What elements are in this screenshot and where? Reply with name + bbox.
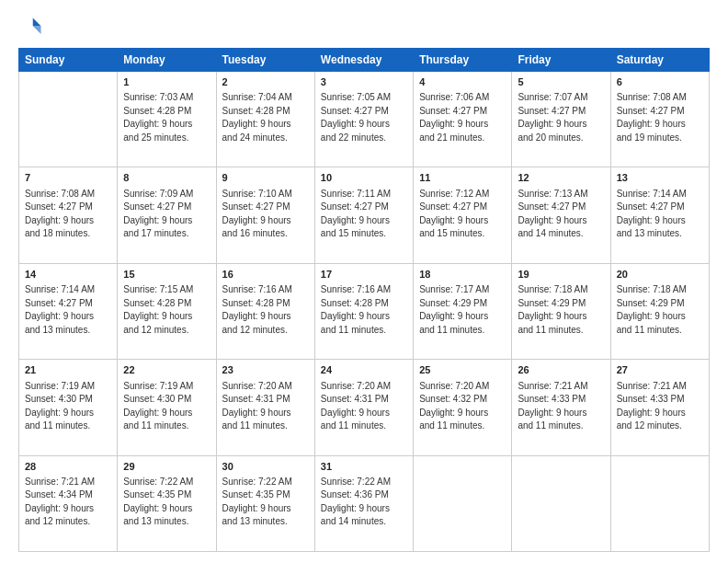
day-info: Sunrise: 7:19 AMSunset: 4:30 PMDaylight:… xyxy=(123,381,193,431)
calendar-cell xyxy=(512,455,610,551)
calendar-cell: 20 Sunrise: 7:18 AMSunset: 4:29 PMDaylig… xyxy=(610,263,709,359)
weekday-header-thursday: Thursday xyxy=(414,49,512,72)
day-info: Sunrise: 7:04 AMSunset: 4:28 PMDaylight:… xyxy=(222,92,292,143)
day-info: Sunrise: 7:16 AMSunset: 4:28 PMDaylight:… xyxy=(321,284,391,335)
weekday-header-saturday: Saturday xyxy=(610,49,709,72)
calendar-cell: 18 Sunrise: 7:17 AMSunset: 4:29 PMDaylig… xyxy=(414,263,512,359)
header xyxy=(18,15,710,40)
day-number: 16 xyxy=(222,268,309,282)
calendar-cell: 27 Sunrise: 7:21 AMSunset: 4:33 PMDaylig… xyxy=(610,360,709,455)
day-number: 8 xyxy=(123,171,210,185)
day-number: 18 xyxy=(419,268,506,282)
calendar-week-4: 21 Sunrise: 7:19 AMSunset: 4:30 PMDaylig… xyxy=(19,360,710,455)
day-info: Sunrise: 7:16 AMSunset: 4:28 PMDaylight:… xyxy=(222,284,292,335)
day-number: 12 xyxy=(518,171,604,185)
calendar-cell: 7 Sunrise: 7:08 AMSunset: 4:27 PMDayligh… xyxy=(19,167,118,263)
day-info: Sunrise: 7:20 AMSunset: 4:31 PMDaylight:… xyxy=(321,381,391,431)
weekday-header-wednesday: Wednesday xyxy=(314,49,413,72)
svg-marker-0 xyxy=(33,18,41,27)
day-info: Sunrise: 7:20 AMSunset: 4:32 PMDaylight:… xyxy=(419,381,489,431)
calendar-header: SundayMondayTuesdayWednesdayThursdayFrid… xyxy=(19,49,710,72)
calendar-body: 1 Sunrise: 7:03 AMSunset: 4:28 PMDayligh… xyxy=(19,72,710,552)
day-number: 6 xyxy=(617,75,703,89)
day-info: Sunrise: 7:20 AMSunset: 4:31 PMDaylight:… xyxy=(222,381,292,431)
day-info: Sunrise: 7:18 AMSunset: 4:29 PMDaylight:… xyxy=(518,284,587,335)
day-info: Sunrise: 7:21 AMSunset: 4:34 PMDaylight:… xyxy=(25,477,95,527)
day-number: 9 xyxy=(222,171,309,185)
day-number: 14 xyxy=(25,268,111,282)
calendar-cell: 29 Sunrise: 7:22 AMSunset: 4:35 PMDaylig… xyxy=(118,455,216,551)
calendar-week-3: 14 Sunrise: 7:14 AMSunset: 4:27 PMDaylig… xyxy=(19,263,710,359)
day-info: Sunrise: 7:22 AMSunset: 4:36 PMDaylight:… xyxy=(321,477,391,527)
day-info: Sunrise: 7:13 AMSunset: 4:27 PMDaylight:… xyxy=(518,189,587,239)
day-info: Sunrise: 7:22 AMSunset: 4:35 PMDaylight:… xyxy=(123,477,193,527)
calendar-cell: 23 Sunrise: 7:20 AMSunset: 4:31 PMDaylig… xyxy=(216,360,314,455)
day-info: Sunrise: 7:21 AMSunset: 4:33 PMDaylight:… xyxy=(617,381,687,431)
calendar-cell: 21 Sunrise: 7:19 AMSunset: 4:30 PMDaylig… xyxy=(19,360,118,455)
day-info: Sunrise: 7:18 AMSunset: 4:29 PMDaylight:… xyxy=(617,284,687,335)
day-number: 27 xyxy=(617,363,703,377)
calendar-week-5: 28 Sunrise: 7:21 AMSunset: 4:34 PMDaylig… xyxy=(19,455,710,551)
day-info: Sunrise: 7:08 AMSunset: 4:27 PMDaylight:… xyxy=(25,189,95,239)
calendar-cell: 9 Sunrise: 7:10 AMSunset: 4:27 PMDayligh… xyxy=(216,167,314,263)
day-info: Sunrise: 7:14 AMSunset: 4:27 PMDaylight:… xyxy=(617,189,687,239)
calendar-cell: 30 Sunrise: 7:22 AMSunset: 4:35 PMDaylig… xyxy=(216,455,314,551)
calendar-cell: 26 Sunrise: 7:21 AMSunset: 4:33 PMDaylig… xyxy=(512,360,610,455)
day-number: 24 xyxy=(321,363,407,377)
day-number: 25 xyxy=(419,363,506,377)
weekday-header-tuesday: Tuesday xyxy=(216,49,314,72)
day-number: 4 xyxy=(419,75,506,89)
day-number: 28 xyxy=(25,460,111,474)
calendar-week-1: 1 Sunrise: 7:03 AMSunset: 4:28 PMDayligh… xyxy=(19,72,710,167)
page: SundayMondayTuesdayWednesdayThursdayFrid… xyxy=(0,0,728,563)
calendar-cell: 13 Sunrise: 7:14 AMSunset: 4:27 PMDaylig… xyxy=(610,167,709,263)
calendar-cell: 17 Sunrise: 7:16 AMSunset: 4:28 PMDaylig… xyxy=(314,263,413,359)
calendar-cell: 1 Sunrise: 7:03 AMSunset: 4:28 PMDayligh… xyxy=(118,72,216,167)
weekday-header-sunday: Sunday xyxy=(19,49,118,72)
day-number: 15 xyxy=(123,268,210,282)
day-info: Sunrise: 7:10 AMSunset: 4:27 PMDaylight:… xyxy=(222,189,292,239)
day-info: Sunrise: 7:21 AMSunset: 4:33 PMDaylight:… xyxy=(518,381,587,431)
calendar-cell: 24 Sunrise: 7:20 AMSunset: 4:31 PMDaylig… xyxy=(314,360,413,455)
day-info: Sunrise: 7:19 AMSunset: 4:30 PMDaylight:… xyxy=(25,381,95,431)
day-number: 5 xyxy=(518,75,604,89)
day-number: 13 xyxy=(617,171,703,185)
day-info: Sunrise: 7:09 AMSunset: 4:27 PMDaylight:… xyxy=(123,189,193,239)
day-number: 10 xyxy=(321,171,407,185)
day-info: Sunrise: 7:14 AMSunset: 4:27 PMDaylight:… xyxy=(25,284,95,335)
day-info: Sunrise: 7:11 AMSunset: 4:27 PMDaylight:… xyxy=(321,189,391,239)
calendar-cell: 11 Sunrise: 7:12 AMSunset: 4:27 PMDaylig… xyxy=(414,167,512,263)
day-info: Sunrise: 7:12 AMSunset: 4:27 PMDaylight:… xyxy=(419,189,489,239)
logo xyxy=(18,15,48,40)
calendar-cell: 5 Sunrise: 7:07 AMSunset: 4:27 PMDayligh… xyxy=(512,72,610,167)
weekday-row: SundayMondayTuesdayWednesdayThursdayFrid… xyxy=(19,49,710,72)
day-number: 17 xyxy=(321,268,407,282)
day-info: Sunrise: 7:15 AMSunset: 4:28 PMDaylight:… xyxy=(123,284,193,335)
day-number: 29 xyxy=(123,460,210,474)
day-number: 23 xyxy=(222,363,309,377)
day-number: 3 xyxy=(321,75,407,89)
calendar-week-2: 7 Sunrise: 7:08 AMSunset: 4:27 PMDayligh… xyxy=(19,167,710,263)
calendar-cell: 10 Sunrise: 7:11 AMSunset: 4:27 PMDaylig… xyxy=(314,167,413,263)
calendar-cell: 3 Sunrise: 7:05 AMSunset: 4:27 PMDayligh… xyxy=(314,72,413,167)
calendar-cell xyxy=(19,72,118,167)
calendar-cell: 14 Sunrise: 7:14 AMSunset: 4:27 PMDaylig… xyxy=(19,263,118,359)
day-info: Sunrise: 7:06 AMSunset: 4:27 PMDaylight:… xyxy=(419,92,489,143)
calendar-cell: 8 Sunrise: 7:09 AMSunset: 4:27 PMDayligh… xyxy=(118,167,216,263)
day-info: Sunrise: 7:07 AMSunset: 4:27 PMDaylight:… xyxy=(518,92,587,143)
day-info: Sunrise: 7:08 AMSunset: 4:27 PMDaylight:… xyxy=(617,92,687,143)
day-number: 22 xyxy=(123,363,210,377)
calendar-table: SundayMondayTuesdayWednesdayThursdayFrid… xyxy=(18,48,710,552)
calendar-cell: 16 Sunrise: 7:16 AMSunset: 4:28 PMDaylig… xyxy=(216,263,314,359)
calendar-cell xyxy=(414,455,512,551)
day-number: 26 xyxy=(518,363,604,377)
day-number: 11 xyxy=(419,171,506,185)
day-number: 1 xyxy=(123,75,210,89)
weekday-header-friday: Friday xyxy=(512,49,610,72)
day-number: 30 xyxy=(222,460,309,474)
day-info: Sunrise: 7:05 AMSunset: 4:27 PMDaylight:… xyxy=(321,92,391,143)
calendar-cell: 15 Sunrise: 7:15 AMSunset: 4:28 PMDaylig… xyxy=(118,263,216,359)
calendar-cell: 19 Sunrise: 7:18 AMSunset: 4:29 PMDaylig… xyxy=(512,263,610,359)
calendar-cell: 12 Sunrise: 7:13 AMSunset: 4:27 PMDaylig… xyxy=(512,167,610,263)
calendar-cell: 2 Sunrise: 7:04 AMSunset: 4:28 PMDayligh… xyxy=(216,72,314,167)
